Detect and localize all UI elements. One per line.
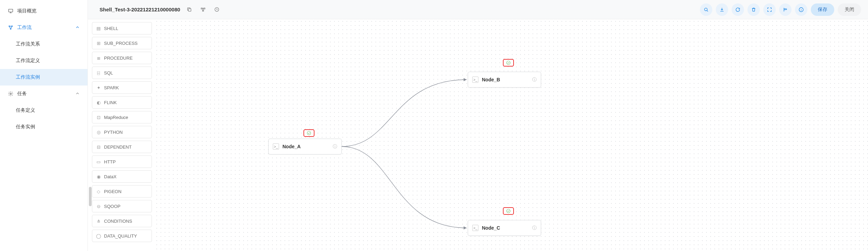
status-badge-a: [303, 129, 314, 137]
canvas[interactable]: >_ Node_A ⓘ >_ Node_B ⓘ >_ Node_C ⓘ: [155, 19, 868, 251]
node-b-label: Node_B: [482, 77, 532, 82]
datax-icon: ◉: [96, 174, 101, 179]
python-icon: ◎: [96, 130, 101, 135]
svg-rect-8: [202, 10, 204, 11]
chevron-up-icon: [75, 91, 80, 97]
header-actions: 保存 关闭: [700, 3, 861, 16]
svg-point-1: [9, 26, 10, 27]
refresh-button[interactable]: [732, 3, 744, 16]
node-a-label: Node_A: [282, 144, 333, 149]
sidebar-item-workflow[interactable]: 工作流: [0, 19, 87, 36]
copy-icon[interactable]: [184, 5, 194, 14]
palette-item-http[interactable]: ▭HTTP: [92, 155, 152, 168]
node-c[interactable]: >_ Node_C ⓘ: [468, 220, 541, 236]
palette-item-data-quality[interactable]: ◯DATA_QUALITY: [92, 230, 152, 242]
sqoop-icon: ⊝: [96, 204, 101, 209]
clock-icon[interactable]: [212, 5, 221, 14]
sidebar: 项目概览 工作流 工作流关系 工作流定义 工作流实例 任务 任务定义 任务实例: [0, 0, 88, 251]
palette-item-sub-process[interactable]: ⊞SUB_PROCESS: [92, 37, 152, 49]
palette-item-flink[interactable]: ◐FLINK: [92, 96, 152, 109]
sidebar-overview-label: 项目概览: [17, 8, 37, 14]
sidebar-item-workflow-definition[interactable]: 工作流定义: [0, 52, 87, 69]
svg-point-4: [10, 93, 11, 94]
download-button[interactable]: [716, 3, 728, 16]
sidebar-item-workflow-instance[interactable]: 工作流实例: [0, 69, 87, 86]
palette-item-shell[interactable]: ▤SHELL: [92, 22, 152, 34]
node-c-label: Node_C: [482, 225, 532, 231]
sidebar-workflow-label: 工作流: [17, 24, 32, 31]
palette-item-procedure[interactable]: ≣PROCEDURE: [92, 52, 152, 64]
svg-point-13: [507, 61, 510, 65]
palette-item-spark[interactable]: ✦SPARK: [92, 81, 152, 94]
sidebar-scrollbar[interactable]: [89, 187, 92, 206]
palette-item-conditions[interactable]: ⋔CONDITIONS: [92, 215, 152, 227]
monitor-icon: [8, 8, 14, 14]
task-palette: ▤SHELL ⊞SUB_PROCESS ≣PROCEDURE ⌸SQL ✦SPA…: [88, 19, 155, 251]
node-a[interactable]: >_ Node_A ⓘ: [268, 139, 342, 154]
palette-item-mapreduce[interactable]: ⊡MapReduce: [92, 111, 152, 123]
sidebar-task-label: 任务: [17, 91, 27, 97]
palette-item-python[interactable]: ◎PYTHON: [92, 126, 152, 138]
terminal-icon: ▤: [96, 26, 101, 31]
palette-item-dependent[interactable]: ⊟DEPENDENT: [92, 141, 152, 153]
flow-icon[interactable]: [198, 5, 208, 14]
terminal-icon: >_: [472, 77, 478, 83]
procedure-icon: ≣: [96, 56, 101, 61]
palette-item-datax[interactable]: ◉DataX: [92, 170, 152, 183]
quality-icon: ◯: [96, 233, 101, 239]
status-badge-c: [503, 207, 514, 215]
http-icon: ▭: [96, 159, 101, 164]
svg-point-2: [12, 26, 13, 27]
info-button[interactable]: [795, 3, 807, 16]
palette-item-pigeon[interactable]: ◇PIGEON: [92, 185, 152, 198]
flink-icon: ◐: [96, 100, 101, 105]
chevron-up-icon: [75, 25, 80, 31]
conditions-icon: ⋔: [96, 219, 101, 224]
sidebar-item-task[interactable]: 任务: [0, 86, 87, 102]
info-icon[interactable]: ⓘ: [532, 225, 537, 231]
mr-icon: ⊡: [96, 115, 101, 120]
fullscreen-button[interactable]: [763, 3, 776, 16]
svg-point-10: [704, 8, 707, 11]
delete-button[interactable]: [747, 3, 760, 16]
node-b[interactable]: >_ Node_B ⓘ: [468, 72, 541, 88]
svg-rect-6: [201, 8, 202, 9]
palette-item-sqoop[interactable]: ⊝SQOOP: [92, 200, 152, 212]
svg-rect-0: [9, 9, 13, 12]
sidebar-item-overview[interactable]: 项目概览: [0, 3, 87, 19]
svg-rect-5: [188, 9, 191, 11]
svg-point-3: [10, 29, 11, 30]
page-title: Shell_Test-3-20221221210000080: [100, 7, 180, 12]
sidebar-item-workflow-relation[interactable]: 工作流关系: [0, 36, 87, 52]
tree-icon: ⊞: [96, 41, 101, 46]
svg-point-14: [507, 209, 510, 213]
search-button[interactable]: [700, 3, 712, 16]
star-icon: ✦: [96, 85, 101, 90]
close-button[interactable]: 关闭: [838, 3, 861, 16]
dependent-icon: ⊟: [96, 144, 101, 150]
header: Shell_Test-3-20221221210000080 保存 关闭: [88, 0, 868, 19]
save-button[interactable]: 保存: [811, 3, 834, 16]
info-icon[interactable]: ⓘ: [333, 143, 337, 150]
gear-icon: [8, 91, 14, 97]
status-badge-b: [503, 59, 514, 67]
terminal-icon: >_: [273, 143, 279, 150]
info-icon[interactable]: ⓘ: [532, 77, 537, 83]
sidebar-item-task-definition[interactable]: 任务定义: [0, 102, 87, 119]
terminal-icon: >_: [472, 225, 478, 231]
svg-point-12: [307, 131, 311, 135]
sidebar-item-task-instance[interactable]: 任务实例: [0, 119, 87, 135]
svg-rect-7: [204, 8, 205, 9]
workflow-icon: [8, 24, 14, 31]
edges: [155, 19, 868, 251]
db-icon: ⌸: [96, 70, 101, 76]
pigeon-icon: ◇: [96, 189, 101, 194]
format-button[interactable]: [779, 3, 792, 16]
palette-item-sql[interactable]: ⌸SQL: [92, 67, 152, 79]
